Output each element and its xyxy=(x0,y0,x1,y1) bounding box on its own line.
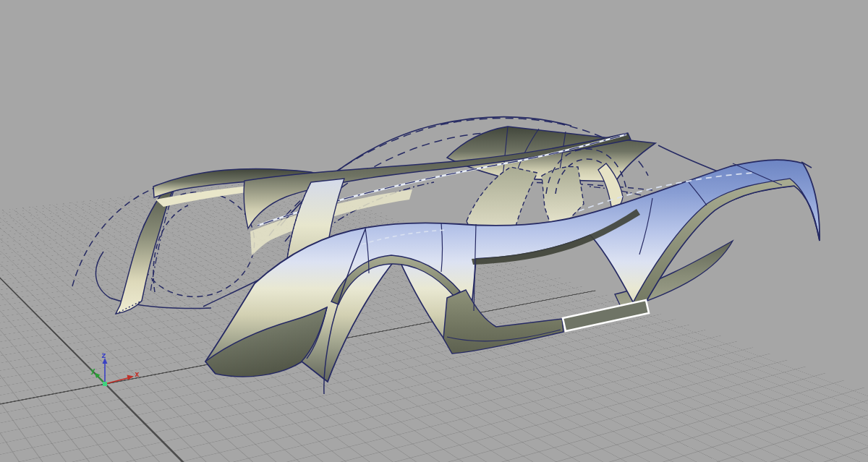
z-axis-label: z xyxy=(101,351,106,360)
x-axis-arrowhead xyxy=(127,375,135,380)
axis-gizmo: x y z xyxy=(90,351,140,386)
origin-point xyxy=(103,382,107,386)
selected-sill-surface[interactable] xyxy=(563,300,649,331)
x-axis-arrow xyxy=(105,377,130,384)
rear-buttress-curve[interactable] xyxy=(658,145,721,173)
car-surface-model[interactable]: x y z xyxy=(0,0,868,462)
cad-viewport[interactable]: x y z xyxy=(0,0,868,462)
rocker-panel-surface[interactable] xyxy=(443,290,563,354)
x-axis-label: x xyxy=(135,369,140,379)
y-axis-label: y xyxy=(90,366,95,375)
